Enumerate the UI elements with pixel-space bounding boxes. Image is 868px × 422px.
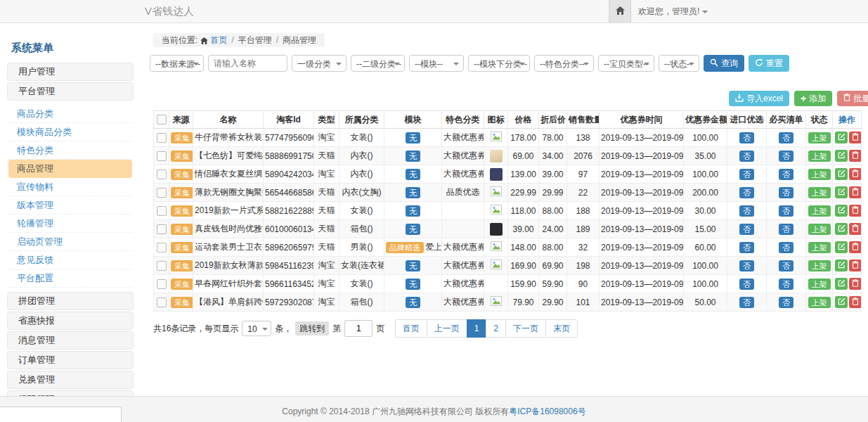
pager-page[interactable]: 2 — [486, 319, 506, 338]
icp-link[interactable]: 粤ICP备16098006号 — [509, 407, 585, 416]
import-toggle-badge[interactable]: 否 — [739, 260, 754, 271]
row-checkbox[interactable] — [157, 298, 167, 307]
feature-category-select[interactable]: --特色分类-- — [534, 55, 594, 72]
edit-button[interactable] — [835, 241, 848, 253]
jump-button[interactable]: 跳转到 — [295, 321, 329, 335]
delete-button[interactable] — [849, 260, 862, 271]
must-buy-toggle-badge[interactable]: 否 — [779, 205, 793, 217]
import-toggle-badge[interactable]: 否 — [739, 242, 754, 253]
sidebar-item-platform-mgmt[interactable]: 平台管理 — [7, 82, 134, 101]
status-badge[interactable]: 上架 — [808, 297, 831, 308]
sidebar-item-feature-category[interactable]: 特色分类 — [8, 141, 132, 160]
delete-button[interactable] — [849, 150, 862, 162]
import-toggle-badge[interactable]: 否 — [739, 187, 754, 198]
import-toggle-badge[interactable]: 否 — [739, 297, 754, 308]
status-badge[interactable]: 上架 — [808, 242, 831, 253]
pager-page[interactable]: 1 — [467, 319, 487, 338]
import-toggle-badge[interactable]: 否 — [739, 151, 754, 162]
sidebar-item-module-product-category[interactable]: 模块商品分类 — [8, 123, 132, 141]
must-buy-toggle-badge[interactable]: 否 — [779, 132, 793, 143]
row-checkbox[interactable] — [157, 188, 167, 198]
sidebar-item-user-mgmt[interactable]: 用户管理 — [7, 63, 134, 81]
must-buy-toggle-badge[interactable]: 否 — [779, 151, 793, 162]
sidebar-item-product-mgmt[interactable]: 商品管理 — [8, 160, 132, 178]
module-sub-select[interactable]: --模块下分类-- — [468, 55, 530, 72]
sidebar-item-product-category[interactable]: 商品分类 — [8, 105, 132, 123]
must-buy-toggle-badge[interactable]: 否 — [779, 279, 793, 290]
sidebar-item-message-mgmt[interactable]: 消息管理 — [7, 331, 134, 350]
edit-button[interactable] — [835, 186, 848, 198]
item-type-select[interactable]: --宝贝类型-- — [598, 55, 654, 72]
delete-button[interactable] — [849, 205, 862, 217]
must-buy-toggle-badge[interactable]: 否 — [779, 187, 793, 198]
must-buy-toggle-badge[interactable]: 否 — [779, 169, 793, 180]
status-badge[interactable]: 上架 — [808, 132, 831, 143]
status-badge[interactable]: 上架 — [808, 260, 831, 271]
level2-category-select[interactable]: --二级分类-- — [351, 55, 405, 72]
page-number-input[interactable] — [344, 320, 373, 337]
edit-button[interactable] — [835, 223, 848, 235]
must-buy-toggle-badge[interactable]: 否 — [779, 297, 793, 308]
import-excel-button[interactable]: 导入excel — [729, 91, 789, 106]
sidebar-item-platform-config[interactable]: 平台配置 — [8, 269, 132, 288]
sidebar-item-version-mgmt[interactable]: 版本管理 — [8, 196, 132, 215]
delete-button[interactable] — [849, 241, 862, 253]
import-toggle-badge[interactable]: 否 — [739, 132, 754, 143]
home-nav-button[interactable] — [609, 0, 631, 23]
row-checkbox[interactable] — [157, 151, 167, 161]
edit-button[interactable] — [835, 278, 848, 290]
delete-button[interactable] — [849, 278, 862, 290]
pager-first[interactable]: 首页 — [395, 319, 427, 338]
sidebar-item-exchange-mgmt[interactable]: 兑换管理 — [7, 371, 134, 389]
page-size-select[interactable]: 10 — [242, 321, 271, 336]
must-buy-toggle-badge[interactable]: 否 — [779, 224, 793, 235]
name-search-input[interactable] — [208, 55, 287, 72]
sidebar-item-promo-materials[interactable]: 宣传物料 — [8, 178, 132, 196]
row-checkbox[interactable] — [157, 279, 167, 289]
edit-button[interactable] — [835, 296, 848, 308]
select-all-checkbox[interactable] — [157, 115, 167, 124]
delete-button[interactable] — [849, 223, 862, 235]
status-badge[interactable]: 上架 — [808, 151, 831, 162]
reset-button[interactable]: 重置 — [749, 55, 789, 72]
status-badge[interactable]: 上架 — [808, 224, 831, 235]
edit-button[interactable] — [835, 168, 848, 180]
delete-button[interactable] — [849, 186, 862, 198]
row-checkbox[interactable] — [157, 170, 167, 179]
must-buy-toggle-badge[interactable]: 否 — [779, 260, 793, 271]
edit-button[interactable] — [835, 205, 848, 217]
sidebar-item-carousel-mgmt[interactable]: 轮播管理 — [8, 215, 132, 233]
row-checkbox[interactable] — [157, 133, 167, 143]
level1-category-select[interactable]: 一级分类 — [292, 55, 346, 72]
row-checkbox[interactable] — [157, 243, 167, 252]
sidebar-item-order-mgmt[interactable]: 订单管理 — [7, 351, 134, 369]
sidebar-item-group-buy-mgmt[interactable]: 拼团管理 — [7, 292, 134, 310]
query-button[interactable]: 查询 — [704, 55, 744, 72]
must-buy-toggle-badge[interactable]: 否 — [779, 242, 793, 253]
row-checkbox[interactable] — [157, 261, 167, 271]
import-toggle-badge[interactable]: 否 — [739, 279, 754, 290]
edit-button[interactable] — [835, 260, 848, 271]
pager-next[interactable]: 下一页 — [505, 319, 546, 338]
add-button[interactable]: 添加 — [794, 91, 832, 106]
status-badge[interactable]: 上架 — [808, 169, 831, 180]
edit-button[interactable] — [835, 132, 848, 143]
edit-button[interactable] — [835, 150, 848, 162]
import-toggle-badge[interactable]: 否 — [739, 169, 754, 180]
delete-button[interactable] — [849, 168, 862, 180]
sidebar-item-feedback[interactable]: 意见反馈 — [8, 251, 132, 269]
breadcrumb-home-link[interactable]: 首页 — [210, 35, 227, 45]
import-toggle-badge[interactable]: 否 — [739, 224, 754, 235]
user-menu[interactable]: 欢迎您，管理员! — [638, 0, 708, 23]
sidebar-item-splash-mgmt[interactable]: 启动页管理 — [8, 233, 132, 251]
row-checkbox[interactable] — [157, 224, 167, 234]
row-checkbox[interactable] — [157, 206, 167, 216]
pager-last[interactable]: 末页 — [545, 319, 578, 338]
status-badge[interactable]: 上架 — [808, 205, 831, 217]
status-badge[interactable]: 上架 — [808, 279, 831, 290]
batch-delete-button[interactable]: 批量删除 — [837, 91, 868, 106]
delete-button[interactable] — [849, 296, 862, 308]
pager-prev[interactable]: 上一页 — [427, 319, 467, 338]
data-source-select[interactable]: --数据来源-- — [150, 55, 204, 72]
status-select[interactable]: --状态-- — [659, 55, 699, 72]
